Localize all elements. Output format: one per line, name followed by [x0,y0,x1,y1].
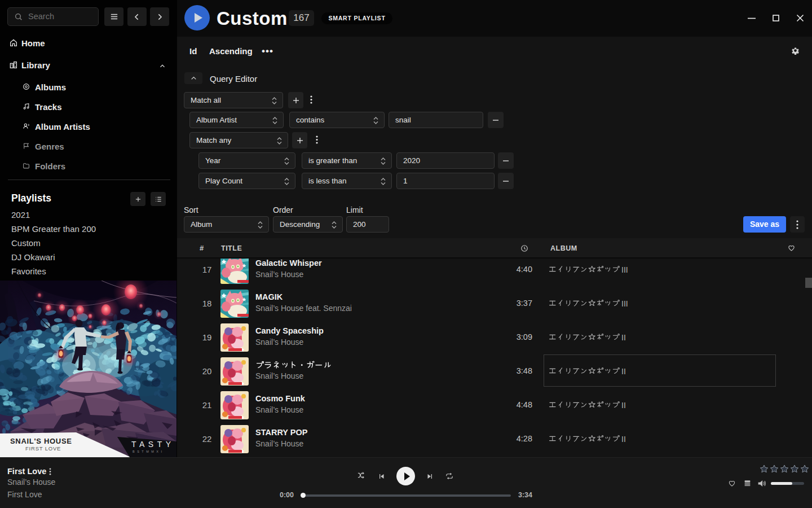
svg-text:SNAIL'S HOUSE: SNAIL'S HOUSE [10,437,72,445]
svg-text:FIRST LOVE: FIRST LOVE [25,445,61,452]
svg-text:TASTY: TASTY [131,440,175,449]
svg-text:BSTMMXI: BSTMMXI [133,450,165,453]
